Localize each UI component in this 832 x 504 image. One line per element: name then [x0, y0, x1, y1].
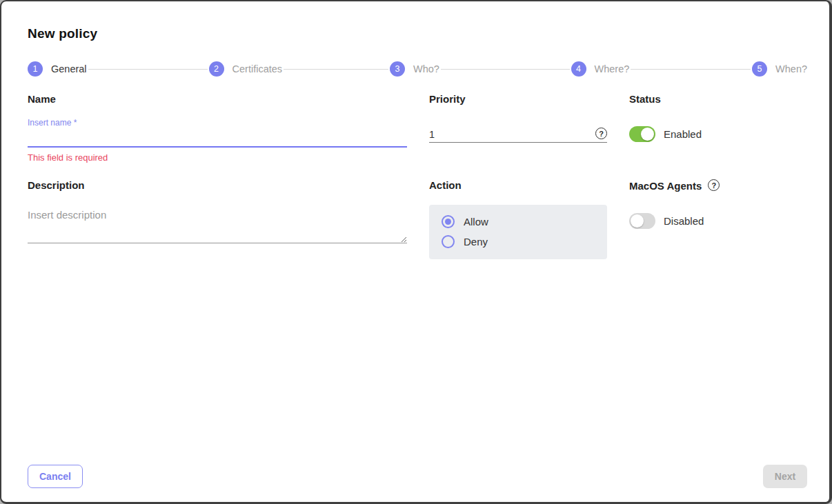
status-state-label: Enabled	[664, 128, 702, 140]
stepper-connector	[284, 69, 388, 70]
stepper-step-where[interactable]: 4 Where?	[571, 61, 753, 77]
radio-deny-label: Deny	[464, 236, 488, 248]
action-radio-allow[interactable]: Allow	[442, 215, 595, 228]
priority-help-icon[interactable]: ?	[595, 128, 607, 139]
action-field-group: Action Allow Deny	[429, 179, 607, 259]
stepper-step-who[interactable]: 3 Who?	[390, 61, 571, 77]
next-button[interactable]: Next	[763, 465, 807, 488]
stepper-step-certificates[interactable]: 2 Certificates	[209, 61, 390, 77]
status-field-group: Status Enabled	[629, 93, 807, 142]
stepper-step-general[interactable]: 1 General	[28, 61, 209, 77]
page-title: New policy	[28, 26, 806, 41]
name-field-group: Name Insert name * This field is require…	[28, 93, 407, 163]
radio-unselected-icon	[442, 235, 455, 248]
stepper-connector	[441, 69, 570, 70]
stepper-connector	[631, 69, 751, 70]
name-error-message: This field is required	[28, 152, 407, 163]
step-2-badge: 2	[209, 61, 224, 77]
step-5-badge: 5	[752, 61, 767, 77]
step-3-badge: 3	[390, 61, 405, 77]
priority-field-group: Priority ?	[429, 93, 607, 143]
step-4-badge: 4	[571, 61, 586, 77]
toggle-knob	[631, 214, 644, 228]
step-3-label: Who?	[413, 63, 439, 74]
toggle-knob	[641, 128, 654, 141]
step-4-label: Where?	[595, 63, 630, 74]
macos-agents-toggle[interactable]	[629, 213, 655, 229]
name-label: Name	[28, 93, 407, 105]
new-policy-dialog: New policy 1 General 2 Certificates 3 Wh…	[0, 0, 832, 504]
name-input[interactable]	[28, 128, 407, 148]
step-1-label: General	[51, 63, 87, 74]
macos-agents-state-label: Disabled	[664, 215, 704, 227]
step-5-label: When?	[775, 63, 807, 74]
radio-selected-icon	[442, 215, 455, 228]
action-label: Action	[429, 179, 607, 191]
dialog-footer: Cancel Next	[28, 465, 807, 488]
action-radio-deny[interactable]: Deny	[442, 235, 595, 248]
status-toggle-row: Enabled	[629, 126, 807, 142]
priority-input[interactable]	[429, 129, 595, 140]
cancel-button[interactable]: Cancel	[28, 465, 83, 488]
general-form: Name Insert name * This field is require…	[28, 93, 806, 259]
macos-agents-field-group: MacOS Agents ? Disabled	[629, 179, 807, 229]
description-field-group: Description	[28, 179, 407, 243]
status-label: Status	[629, 93, 807, 105]
step-1-badge: 1	[28, 61, 43, 77]
description-label: Description	[28, 179, 407, 191]
wizard-stepper: 1 General 2 Certificates 3 Who? 4 Where?…	[28, 61, 807, 77]
macos-agents-toggle-row: Disabled	[629, 213, 807, 229]
action-options-box: Allow Deny	[429, 205, 607, 259]
step-2-label: Certificates	[232, 63, 283, 74]
priority-input-row: ?	[429, 128, 607, 143]
macos-agents-help-icon[interactable]: ?	[708, 179, 720, 191]
stepper-step-when[interactable]: 5 When?	[752, 61, 807, 77]
macos-agents-label: MacOS Agents ?	[629, 179, 807, 192]
stepper-connector	[88, 69, 208, 70]
name-floating-label: Insert name *	[28, 118, 407, 128]
macos-agents-label-text: MacOS Agents	[629, 180, 702, 192]
description-textarea[interactable]	[28, 202, 407, 243]
priority-label: Priority	[429, 93, 607, 105]
status-toggle[interactable]	[629, 126, 655, 142]
radio-allow-label: Allow	[464, 216, 488, 228]
